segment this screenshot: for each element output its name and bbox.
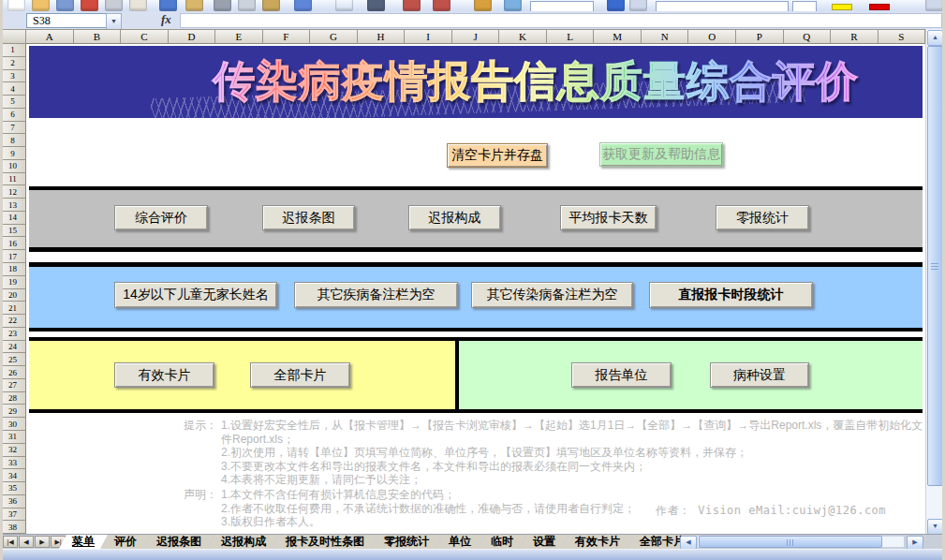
row-header-18[interactable]: 18 [0,263,26,276]
column-header-J[interactable]: J [452,29,500,44]
row-header-12[interactable]: 12 [0,185,26,199]
undo-icon[interactable] [294,0,312,11]
row-header-1[interactable]: 1 [0,44,26,57]
column-header-F[interactable]: F [263,29,311,44]
other-disease-empty-note-button[interactable]: 其它疾病备注栏为空 [294,282,458,308]
column-header-K[interactable]: K [499,29,547,44]
scroll-up-icon[interactable]: ▲ [927,30,943,46]
sheet-tab-4[interactable]: 迟报构成 [208,535,279,549]
select-all-corner[interactable] [0,29,26,44]
row-header-25[interactable]: 25 [0,353,26,366]
other-infectious-empty-note-button[interactable]: 其它传染病备注栏为空 [471,282,633,308]
row-header-15[interactable]: 15 [0,225,26,238]
row-header-19[interactable]: 19 [0,276,26,289]
row-header-36[interactable]: 36 [0,495,26,508]
first-sheet-icon[interactable]: |◀ [3,536,18,548]
toolbar-options-icon[interactable] [629,0,647,11]
report-unit-button[interactable]: 报告单位 [571,362,672,388]
row-header-26[interactable]: 26 [0,366,26,379]
drawing-icon[interactable] [504,0,522,11]
scroll-left-icon[interactable]: ◀ [680,536,697,550]
spelling-icon[interactable] [159,0,177,11]
name-box-dropdown-icon[interactable]: ▼ [106,13,122,30]
column-header-E[interactable]: E [215,29,263,44]
row-header-21[interactable]: 21 [0,302,26,315]
row-header-24[interactable]: 24 [0,341,26,354]
sheet-tab-10[interactable]: 有效卡片 [562,535,633,549]
row-header-31[interactable]: 31 [0,431,26,444]
row-header-6[interactable]: 6 [0,109,26,122]
row-header-22[interactable]: 22 [0,315,26,328]
previous-sheet-icon[interactable]: ◀ [19,536,34,548]
sheet-tab-6[interactable]: 零报统计 [371,535,442,549]
column-header-C[interactable]: C [121,29,169,44]
vertical-scrollbar-thumb[interactable] [927,46,943,486]
row-header-37[interactable]: 37 [0,508,26,522]
row-header-7[interactable]: 7 [0,122,26,135]
row-header-16[interactable]: 16 [0,237,26,250]
row-header-33[interactable]: 33 [0,457,26,470]
font-color-icon[interactable] [869,4,890,10]
row-header-23[interactable]: 23 [0,328,26,341]
row-header-4[interactable]: 4 [0,82,26,96]
print-icon[interactable] [105,0,123,11]
scroll-down-icon[interactable]: ▼ [927,519,943,535]
chart-wizard-icon[interactable] [474,0,492,11]
disease-settings-button[interactable]: 病种设置 [710,362,809,388]
row-header-3[interactable]: 3 [0,70,26,83]
sort-descending-icon[interactable] [433,0,450,11]
get-update-help-button[interactable]: 获取更新及帮助信息 [599,142,723,167]
fill-color-icon[interactable] [832,4,852,10]
print-preview-icon[interactable] [129,0,147,11]
sheet-tab-1[interactable]: 菜单 [59,535,108,549]
toolbar-options2-icon[interactable] [925,0,943,11]
average-report-days-button[interactable]: 平均报卡天数 [560,205,657,230]
column-header-D[interactable]: D [169,29,216,44]
column-header-Q[interactable]: Q [784,29,832,44]
row-header-2[interactable]: 2 [0,57,26,70]
sheet-tab-5[interactable]: 报卡及时性条图 [273,535,377,549]
next-sheet-icon[interactable]: ▶ [35,536,50,548]
all-cards-button[interactable]: 全部卡片 [250,362,350,388]
column-header-S[interactable]: S [879,29,926,44]
sheet-tab-7[interactable]: 单位 [436,535,484,549]
valid-cards-button[interactable]: 有效卡片 [114,362,214,388]
column-header-B[interactable]: B [74,29,122,44]
insert-function-icon[interactable]: fx [161,12,171,27]
permission-icon[interactable] [81,0,98,11]
row-header-30[interactable]: 30 [0,418,26,431]
row-header-9[interactable]: 9 [0,147,26,160]
comprehensive-evaluation-button[interactable]: 综合评价 [114,205,208,230]
zero-report-stats-button[interactable]: 零报统计 [716,205,809,230]
row-header-10[interactable]: 10 [0,160,26,173]
column-header-N[interactable]: N [642,29,689,44]
row-header-32[interactable]: 32 [0,444,26,457]
late-report-composition-button[interactable]: 迟报构成 [408,205,501,230]
row-header-38[interactable]: 38 [0,521,26,534]
new-document-icon[interactable] [7,0,25,11]
column-header-O[interactable]: O [688,29,736,44]
cut-icon[interactable] [214,0,231,11]
row-header-8[interactable]: 8 [0,134,26,147]
sheet-tab-9[interactable]: 设置 [520,535,568,549]
row-header-20[interactable]: 20 [0,289,26,302]
sort-ascending-icon[interactable] [403,0,421,11]
sheet-tab-3[interactable]: 迟报条图 [143,535,214,549]
hyperlink-icon[interactable] [335,0,353,11]
open-folder-icon[interactable] [32,0,50,11]
row-header-34[interactable]: 34 [0,469,26,482]
name-box[interactable]: S38 [26,13,112,28]
sheet-tab-2[interactable]: 评价 [101,535,150,549]
horizontal-scrollbar-thumb[interactable] [699,536,882,548]
row-header-29[interactable]: 29 [0,405,26,418]
late-report-bars-button[interactable]: 迟报条图 [262,205,355,230]
row-header-28[interactable]: 28 [0,392,26,405]
column-header-R[interactable]: R [831,29,879,44]
scroll-right-icon[interactable]: ▶ [907,536,923,550]
column-header-L[interactable]: L [547,29,595,44]
copy-icon[interactable] [238,0,256,11]
direct-report-period-stats-button[interactable]: 直报报卡时段统计 [649,282,813,308]
research-icon[interactable] [185,0,203,11]
row-header-27[interactable]: 27 [0,379,26,392]
column-header-H[interactable]: H [358,29,406,44]
